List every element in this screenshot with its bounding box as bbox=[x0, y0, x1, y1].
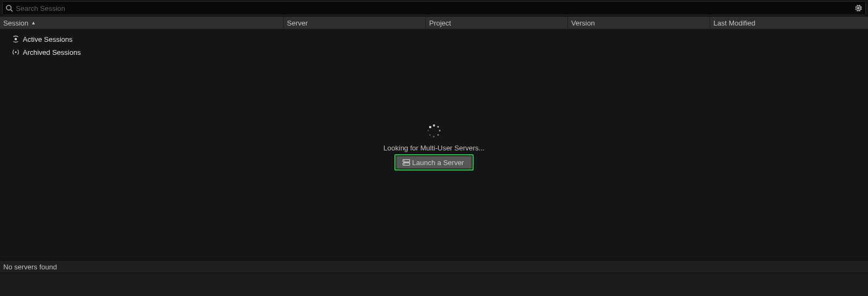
svg-line-1 bbox=[11, 10, 13, 12]
launch-server-button[interactable]: Launch a Server bbox=[396, 156, 472, 169]
status-bar: No servers found bbox=[0, 260, 868, 273]
launch-server-label: Launch a Server bbox=[412, 159, 464, 167]
search-bar bbox=[2, 1, 866, 15]
main-content: Looking for Multi-User Servers... Launch… bbox=[0, 29, 868, 264]
status-text: No servers found bbox=[3, 263, 57, 271]
column-label: Project bbox=[429, 19, 451, 27]
svg-point-6 bbox=[404, 160, 405, 161]
search-icon bbox=[5, 4, 14, 12]
column-label: Version bbox=[571, 19, 595, 27]
looking-for-servers-text: Looking for Multi-User Servers... bbox=[384, 144, 484, 152]
column-label: Server bbox=[287, 19, 308, 27]
sort-ascending-icon: ▲ bbox=[31, 20, 36, 26]
column-label: Last Modified bbox=[713, 19, 755, 27]
column-label: Session bbox=[3, 19, 28, 27]
svg-point-7 bbox=[404, 163, 405, 165]
search-input[interactable] bbox=[16, 4, 853, 12]
column-header-session[interactable]: Session ▲ bbox=[0, 17, 283, 29]
bottom-panel bbox=[0, 273, 868, 296]
column-headers: Session ▲ Server Project Version Last Mo… bbox=[0, 16, 868, 29]
column-header-version[interactable]: Version bbox=[567, 17, 710, 29]
svg-point-0 bbox=[7, 5, 11, 10]
loading-spinner-icon bbox=[426, 123, 442, 138]
column-header-server[interactable]: Server bbox=[283, 17, 425, 29]
column-header-last-modified[interactable]: Last Modified bbox=[710, 17, 868, 29]
gear-icon[interactable] bbox=[853, 3, 863, 13]
server-icon bbox=[402, 158, 411, 167]
launch-server-highlight: Launch a Server bbox=[394, 154, 474, 171]
column-header-project[interactable]: Project bbox=[425, 17, 567, 29]
